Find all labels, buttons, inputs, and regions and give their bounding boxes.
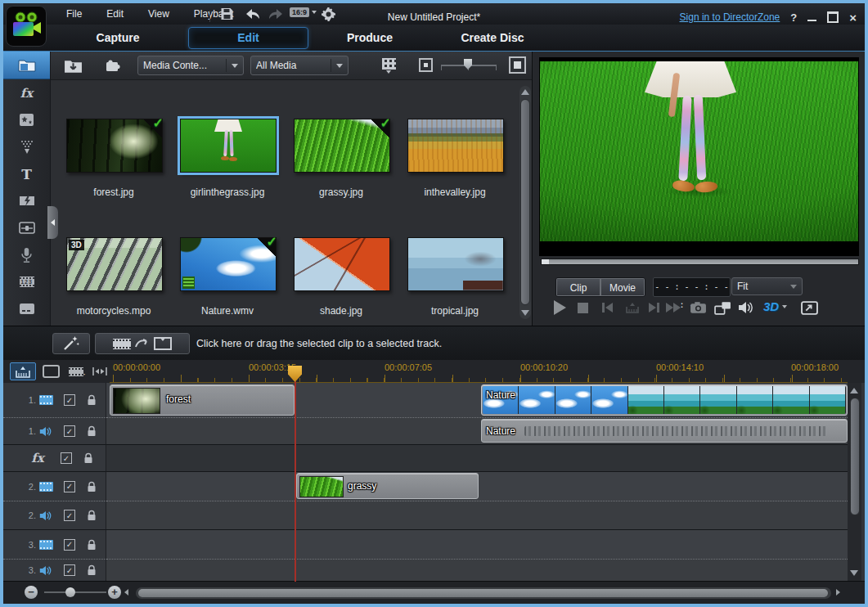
scroll-down-icon[interactable] (521, 310, 529, 316)
media-item-grassy[interactable]: ✓ (294, 119, 390, 173)
close-button[interactable]: × (849, 11, 857, 24)
previous-frame-button[interactable] (602, 303, 613, 312)
import-media-button[interactable] (59, 55, 87, 76)
track-lane[interactable] (106, 501, 848, 529)
track-lock-button[interactable] (87, 564, 97, 576)
track-lock-button[interactable] (83, 452, 93, 464)
3d-mode-button[interactable]: 3D (763, 299, 787, 313)
clip-nature-audio[interactable]: Nature (481, 419, 848, 443)
undock-preview-button[interactable] (801, 301, 818, 318)
timeline-vscrollbar-thumb[interactable] (850, 398, 860, 515)
library-scrollbar[interactable] (519, 86, 531, 319)
fast-forward-button[interactable] (666, 303, 681, 312)
pip-objects-room-button[interactable] (3, 106, 50, 133)
media-item-inthevalley[interactable] (407, 119, 504, 173)
volume-button[interactable] (738, 301, 754, 317)
thumbnail-zoom-slider[interactable] (464, 59, 472, 70)
preview-quality-button[interactable] (714, 301, 731, 318)
timeline-view-button[interactable] (10, 362, 36, 380)
add-track-button[interactable]: + (65, 362, 88, 380)
clip-mode-button[interactable]: Clip (556, 278, 600, 296)
media-item-tropical[interactable] (407, 237, 504, 291)
timeline-zoom-out-button[interactable]: − (25, 586, 38, 599)
snapshot-button[interactable] (690, 301, 707, 317)
preferences-button[interactable] (317, 7, 339, 21)
scroll-down-icon[interactable] (850, 570, 858, 576)
tab-edit[interactable]: Edit (188, 27, 308, 49)
range-trim-button[interactable] (90, 362, 110, 380)
play-button[interactable] (554, 300, 566, 315)
menu-file[interactable]: File (54, 3, 94, 25)
undo-button[interactable] (242, 7, 263, 21)
clip-forest[interactable]: forest (110, 384, 295, 416)
library-scrollbar-thumb[interactable] (520, 99, 530, 305)
timeline-vscrollbar[interactable] (848, 383, 861, 581)
storyboard-view-button[interactable] (39, 362, 62, 380)
tab-create-disc[interactable]: Create Disc (438, 25, 546, 51)
timeline-hscrollbar-thumb[interactable] (138, 589, 828, 597)
redo-button[interactable] (265, 7, 286, 21)
insert-to-timeline-button[interactable] (95, 333, 190, 354)
track-enable-checkbox[interactable]: ✓ (64, 539, 75, 551)
help-button[interactable]: ? (790, 11, 797, 24)
track-lock-button[interactable] (87, 425, 97, 437)
view-mode-button[interactable] (378, 56, 399, 74)
timeline-zoom-track[interactable] (44, 591, 106, 593)
clip-grassy[interactable]: grassy (296, 473, 479, 499)
menu-view[interactable]: View (136, 3, 182, 25)
preview-seekbar[interactable] (541, 259, 859, 265)
track-lock-button[interactable] (87, 481, 97, 492)
effect-room-button[interactable]: fx (3, 79, 50, 106)
tab-capture[interactable]: Capture (52, 25, 183, 51)
media-item-motorcycles[interactable]: 3D (66, 237, 163, 291)
timeline-hscrollbar[interactable] (136, 587, 831, 599)
media-room-button[interactable] (3, 52, 50, 79)
maximize-button[interactable] (827, 11, 839, 23)
track-enable-checkbox[interactable]: ✓ (64, 510, 75, 521)
track-enable-checkbox[interactable]: ✓ (64, 564, 75, 576)
scroll-up-icon[interactable] (850, 388, 858, 393)
track-lock-button[interactable] (87, 510, 97, 521)
scroll-left-icon[interactable] (124, 589, 128, 596)
save-project-button[interactable] (216, 7, 237, 21)
track-lane[interactable] (106, 559, 848, 581)
clip-nature-video[interactable]: Nature (481, 384, 848, 416)
media-item-girlinthegrass[interactable] (180, 119, 277, 173)
timeline-zoom-in-button[interactable]: + (108, 586, 121, 599)
track-lock-button[interactable] (87, 539, 97, 551)
media-filter-dropdown[interactable]: All Media (250, 56, 349, 75)
media-item-nature[interactable]: ✓ (180, 237, 277, 291)
track-lane[interactable] (106, 529, 848, 559)
seekbar-thumb[interactable] (542, 259, 549, 264)
minimize-button[interactable] (807, 20, 816, 21)
track-enable-checkbox[interactable]: ✓ (64, 394, 75, 406)
track-lock-button[interactable] (87, 394, 97, 406)
zoom-in-thumbnails-button[interactable] (509, 56, 526, 74)
scroll-up-icon[interactable] (521, 89, 529, 95)
aspect-ratio-selector[interactable]: 16:9 (290, 7, 317, 17)
track-enable-checkbox[interactable]: ✓ (64, 481, 75, 492)
track-lane[interactable] (106, 444, 848, 471)
timeline-zoom-slider[interactable] (65, 587, 75, 597)
timeline-ruler[interactable]: 00:00:00:00 00:00:03:15 00:00:07:05 00:0… (110, 360, 848, 383)
zoom-out-thumbnails-button[interactable] (419, 58, 433, 72)
next-frame-button[interactable] (649, 303, 659, 312)
menu-edit[interactable]: Edit (94, 3, 136, 25)
title-room-button[interactable]: T (3, 160, 50, 187)
media-item-forest[interactable]: ✓ (66, 119, 163, 173)
fit-dropdown[interactable]: Fit (731, 277, 803, 295)
particle-room-button[interactable] (3, 133, 50, 160)
audio-mixing-room-button[interactable] (3, 214, 50, 241)
magic-tools-button[interactable] (52, 333, 90, 354)
track-enable-checkbox[interactable]: ✓ (64, 425, 75, 437)
media-content-dropdown[interactable]: Media Conte... (137, 56, 244, 75)
track-enable-checkbox[interactable]: ✓ (61, 452, 72, 464)
movie-mode-button[interactable]: Movie (600, 278, 645, 296)
signin-directorzone-link[interactable]: Sign in to DirectorZone (680, 11, 780, 23)
tab-produce[interactable]: Produce (314, 25, 425, 51)
scroll-right-icon[interactable] (836, 589, 840, 596)
trim-marker-button[interactable] (626, 302, 639, 317)
chapter-room-button[interactable]: 123 (3, 268, 50, 295)
media-item-shade[interactable] (294, 237, 390, 291)
transition-room-button[interactable] (3, 187, 50, 214)
